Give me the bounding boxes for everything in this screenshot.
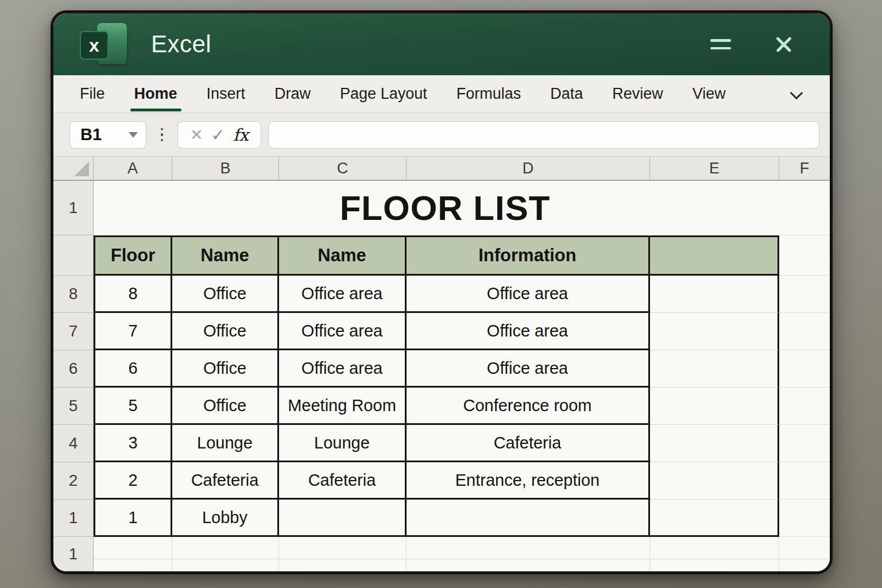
row-header[interactable]: 8	[53, 276, 94, 313]
cell-name2[interactable]	[279, 500, 407, 537]
cell-empty[interactable]	[650, 388, 779, 425]
row-header[interactable]: 7	[53, 313, 94, 350]
tab-review[interactable]: Review	[611, 85, 664, 103]
empty-cell[interactable]	[94, 537, 172, 571]
empty-cell[interactable]	[407, 537, 650, 571]
formula-bar: B1 ✕ ✓ fx	[53, 113, 830, 157]
titlebar: x Excel	[53, 13, 830, 75]
cell-information[interactable]	[407, 500, 650, 537]
cell-name[interactable]: Office	[172, 388, 279, 425]
header-cell-empty[interactable]	[650, 235, 779, 276]
tab-draw[interactable]: Draw	[273, 85, 312, 103]
cell-empty[interactable]	[650, 425, 779, 462]
row-header[interactable]: 1	[53, 500, 94, 537]
empty-cell[interactable]	[779, 313, 830, 350]
sheet-title-cell[interactable]: FLOOR LIST	[94, 181, 779, 235]
cell-information[interactable]: Conference room	[407, 388, 650, 425]
enter-icon[interactable]: ✓	[211, 125, 225, 145]
cell-information[interactable]: Cafeteria	[407, 425, 650, 462]
excel-window: x Excel File Home Insert Draw Page Layou…	[51, 10, 833, 574]
column-header-a[interactable]: A	[94, 157, 172, 180]
cell-floor[interactable]: 5	[94, 388, 172, 425]
close-icon[interactable]	[772, 33, 795, 56]
select-all-triangle-icon	[74, 161, 89, 176]
tab-data[interactable]: Data	[549, 85, 584, 103]
cell-information[interactable]: Office area	[407, 350, 650, 388]
column-header-f[interactable]: F	[779, 157, 830, 180]
header-cell-information[interactable]: Information	[407, 235, 650, 276]
row-header[interactable]: 4	[53, 425, 94, 462]
empty-cell[interactable]	[779, 388, 830, 425]
cell-name[interactable]: Office	[172, 276, 279, 313]
cell-name[interactable]: Office	[172, 313, 279, 350]
formula-input[interactable]	[268, 121, 819, 149]
select-all-corner[interactable]	[53, 157, 94, 180]
tab-page-layout[interactable]: Page Layout	[339, 85, 428, 103]
cell-name[interactable]: Lobby	[172, 500, 279, 537]
empty-cell[interactable]	[779, 235, 830, 276]
cell-name[interactable]: Lounge	[172, 425, 279, 462]
cell-floor[interactable]: 6	[94, 350, 172, 388]
sheet-title: FLOOR LIST	[340, 188, 551, 228]
column-header-b[interactable]: B	[172, 157, 279, 180]
cell-information[interactable]: Entrance, reception	[407, 462, 650, 500]
empty-cell[interactable]	[779, 462, 830, 500]
tab-home[interactable]: Home	[133, 85, 179, 103]
tab-formulas[interactable]: Formulas	[455, 85, 523, 103]
row-header[interactable]	[53, 235, 94, 276]
header-cell-name[interactable]: Name	[172, 235, 279, 276]
empty-cell[interactable]	[172, 537, 279, 571]
cell-floor[interactable]: 1	[94, 500, 172, 537]
cell-empty[interactable]	[650, 350, 779, 388]
chevron-down-icon[interactable]	[791, 88, 802, 100]
row-header[interactable]: 1	[53, 537, 94, 571]
excel-logo-icon: x	[80, 22, 129, 67]
row-header[interactable]: 1	[53, 181, 94, 235]
cell-information[interactable]: Office area	[407, 313, 650, 350]
header-cell-floor[interactable]: Floor	[94, 235, 172, 276]
empty-cell[interactable]	[779, 181, 830, 235]
row-header[interactable]: 6	[53, 350, 94, 388]
empty-cell[interactable]	[650, 537, 779, 571]
tab-file[interactable]: File	[79, 85, 106, 103]
cell-name2[interactable]: Meeting Room	[279, 388, 407, 425]
column-header-e[interactable]: E	[650, 157, 779, 180]
table-row: 6 6 Office Office area Office area	[53, 350, 830, 388]
empty-cell[interactable]	[779, 500, 830, 537]
row-header[interactable]: 2	[53, 462, 94, 500]
cell-name[interactable]: Office	[172, 350, 279, 388]
cell-empty[interactable]	[650, 462, 779, 500]
name-box-dropdown-icon[interactable]	[129, 132, 138, 138]
cell-floor[interactable]: 3	[94, 425, 172, 462]
table-row: 2 2 Cafeteria Cafeteria Entrance, recept…	[53, 462, 830, 500]
cell-name2[interactable]: Office area	[279, 313, 407, 350]
cell-name2[interactable]: Office area	[279, 350, 407, 388]
cell-floor[interactable]: 7	[94, 313, 172, 350]
header-cell-name2[interactable]: Name	[279, 235, 407, 276]
cancel-icon[interactable]: ✕	[190, 126, 203, 144]
empty-cell[interactable]	[279, 537, 407, 571]
tab-insert[interactable]: Insert	[206, 85, 247, 103]
cell-name2[interactable]: Lounge	[279, 425, 407, 462]
cell-name2[interactable]: Office area	[279, 276, 407, 313]
row-header[interactable]: 5	[53, 388, 94, 425]
cell-name[interactable]: Cafeteria	[172, 462, 279, 500]
empty-cell[interactable]	[779, 276, 830, 313]
cell-empty[interactable]	[650, 313, 779, 350]
empty-cell[interactable]	[779, 425, 830, 462]
cell-floor[interactable]: 2	[94, 462, 172, 500]
empty-cell[interactable]	[779, 350, 830, 388]
tab-view[interactable]: View	[691, 85, 727, 103]
cell-floor[interactable]: 8	[94, 276, 172, 313]
name-box[interactable]: B1	[69, 121, 146, 149]
cell-name2[interactable]: Cafeteria	[279, 462, 407, 500]
cell-information[interactable]: Office area	[407, 276, 650, 313]
minimize-icon[interactable]	[705, 33, 737, 55]
empty-cell[interactable]	[779, 537, 830, 571]
insert-function-icon[interactable]: fx	[233, 125, 249, 145]
cell-empty[interactable]	[650, 276, 779, 313]
column-header-d[interactable]: D	[407, 157, 650, 180]
formula-bar-separator-dots	[146, 128, 177, 142]
column-header-c[interactable]: C	[279, 157, 407, 180]
cell-empty[interactable]	[650, 500, 779, 537]
